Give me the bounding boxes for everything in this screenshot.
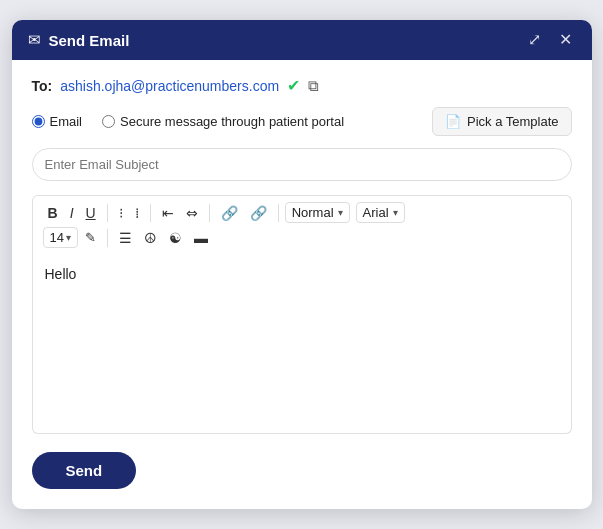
editor-wrap: B I U ⁝ ⁞ ⇤ ⇔ 🔗 🔗 Normal ▾ xyxy=(32,195,572,434)
font-chevron-icon: ▾ xyxy=(393,207,398,218)
unlink-button[interactable]: 🔗 xyxy=(245,203,272,223)
email-editor[interactable]: Hello xyxy=(32,254,572,434)
modal-title: Send Email xyxy=(49,32,130,49)
separator3 xyxy=(209,204,210,222)
close-button[interactable]: ✕ xyxy=(555,30,576,50)
separator5 xyxy=(107,229,108,247)
secure-radio[interactable] xyxy=(102,115,115,128)
to-email: ashish.ojha@practicenumbers.com xyxy=(60,78,279,94)
send-button[interactable]: Send xyxy=(32,452,137,489)
ordered-list-button[interactable]: ⁞ xyxy=(130,203,144,223)
toolbar-row2: 14 ▾ ✎ ☰ ☮ ☯ ▬ xyxy=(43,227,561,248)
secure-radio-label[interactable]: Secure message through patient portal xyxy=(102,114,344,129)
modal-header: ✉ Send Email ⤢ ✕ xyxy=(12,20,592,60)
format-label: Normal xyxy=(292,205,334,220)
unordered-list-button[interactable]: ⁝ xyxy=(114,203,128,223)
font-size-dropdown[interactable]: 14 ▾ xyxy=(43,227,78,248)
verified-icon: ✔ xyxy=(287,76,300,95)
toolbar: B I U ⁝ ⁞ ⇤ ⇔ 🔗 🔗 Normal ▾ xyxy=(32,195,572,254)
bold-button[interactable]: B xyxy=(43,203,63,223)
italic-button[interactable]: I xyxy=(65,203,79,223)
format-dropdown[interactable]: Normal ▾ xyxy=(285,202,350,223)
separator1 xyxy=(107,204,108,222)
link-button[interactable]: 🔗 xyxy=(216,203,243,223)
email-radio[interactable] xyxy=(32,115,45,128)
email-icon: ✉ xyxy=(28,31,41,49)
color-picker-button[interactable]: ✎ xyxy=(80,228,101,247)
modal-header-left: ✉ Send Email xyxy=(28,31,130,49)
toolbar-row1: B I U ⁝ ⁞ ⇤ ⇔ 🔗 🔗 Normal ▾ xyxy=(43,202,561,223)
modal-body: To: ashish.ojha@practicenumbers.com ✔ ⧉ … xyxy=(12,60,592,509)
font-size-chevron-icon: ▾ xyxy=(66,232,71,243)
options-row: Email Secure message through patient por… xyxy=(32,107,572,136)
email-radio-label[interactable]: Email xyxy=(32,114,83,129)
align-left-button[interactable]: ⇤ xyxy=(157,203,179,223)
radio-group: Email Secure message through patient por… xyxy=(32,114,345,129)
font-dropdown[interactable]: Arial ▾ xyxy=(356,202,405,223)
copy-icon[interactable]: ⧉ xyxy=(308,77,319,95)
subject-input[interactable] xyxy=(32,148,572,181)
footer-row: Send xyxy=(32,452,572,489)
align-left-2-button[interactable]: ☰ xyxy=(114,228,137,248)
secure-radio-text: Secure message through patient portal xyxy=(120,114,344,129)
align-center-2-button[interactable]: ☮ xyxy=(139,228,162,248)
font-label: Arial xyxy=(363,205,389,220)
editor-content: Hello xyxy=(45,266,77,282)
to-label: To: xyxy=(32,78,53,94)
send-email-modal: ✉ Send Email ⤢ ✕ To: ashish.ojha@practic… xyxy=(12,20,592,509)
separator2 xyxy=(150,204,151,222)
format-chevron-icon: ▾ xyxy=(338,207,343,218)
modal-header-right: ⤢ ✕ xyxy=(524,30,576,50)
align-right-2-button[interactable]: ☯ xyxy=(164,228,187,248)
expand-button[interactable]: ⤢ xyxy=(524,30,545,50)
underline-button[interactable]: U xyxy=(81,203,101,223)
font-size-label: 14 xyxy=(50,230,64,245)
template-file-icon: 📄 xyxy=(445,114,461,129)
separator4 xyxy=(278,204,279,222)
email-radio-text: Email xyxy=(50,114,83,129)
align-center-button[interactable]: ⇔ xyxy=(181,203,203,223)
template-btn-label: Pick a Template xyxy=(467,114,559,129)
justify-button[interactable]: ▬ xyxy=(189,228,213,248)
pick-template-button[interactable]: 📄 Pick a Template xyxy=(432,107,572,136)
to-row: To: ashish.ojha@practicenumbers.com ✔ ⧉ xyxy=(32,76,572,95)
